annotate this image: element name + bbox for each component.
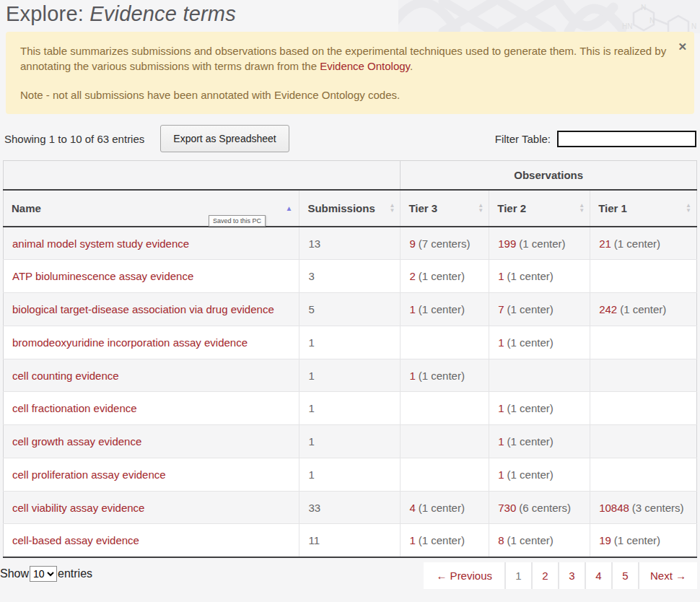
column-header-tier2-label: Tier 2 [497,202,526,214]
tier2-cell: 1(1 center) [489,260,590,293]
evidence-term-link[interactable]: cell proliferation assay evidence [12,468,166,481]
table-row: cell proliferation assay evidence 1 1(1 … [4,458,697,491]
page-size-select[interactable]: 10 [30,566,57,582]
tier3-cell [401,392,489,425]
page-button-4[interactable]: 4 [586,562,611,589]
column-header-tier3[interactable]: Tier 3▲▼ [401,190,489,227]
table-row: ATP bioluminescence assay evidence 3 2(1… [4,260,697,293]
evidence-table-container: Observations Name▲ Submissions▲▼ Tier 3▲… [3,160,697,558]
group-header-row: Observations [4,161,697,190]
column-header-submissions[interactable]: Submissions▲▼ [299,190,401,227]
info-alert: ✕ This table summarizes submissions and … [6,32,694,114]
tier3-cell: 9(7 centers) [401,227,489,260]
sort-icon[interactable]: ▲▼ [579,203,585,213]
submissions-cell: 1 [299,326,401,359]
pagination: ← Previous 1 2 3 4 5 Next → [424,562,697,589]
dna-watermark-graphic: N HN N N [398,0,700,33]
submissions-cell: 33 [299,491,401,524]
tier1-cell: 21(1 center) [590,227,697,260]
table-row: animal model system study evidence 13 9(… [4,227,697,260]
showing-entries-text: Showing 1 to 10 of 63 entries [4,133,144,145]
tier2-cell [489,359,590,392]
tier1-cell [590,260,697,293]
observations-group-header: Observations [401,161,697,190]
entries-label: entries [58,567,92,580]
next-page-button[interactable]: Next → [639,562,697,589]
previous-page-button[interactable]: ← Previous [424,562,504,589]
page-button-3[interactable]: 3 [559,562,585,589]
submissions-cell: 1 [299,458,401,491]
column-header-name-label: Name [12,202,41,214]
evidence-term-link[interactable]: bromodeoxyuridine incorporation assay ev… [12,336,248,349]
table-row: cell fractionation evidence 1 1(1 center… [4,392,697,425]
column-header-tier3-label: Tier 3 [408,202,437,214]
svg-text:HN: HN [622,22,632,30]
submissions-cell: 1 [299,425,401,458]
show-label: Show [0,567,29,580]
page-button-2[interactable]: 2 [533,562,558,589]
tier3-cell: 1(1 center) [401,293,489,326]
evidence-term-link[interactable]: cell growth assay evidence [12,435,141,448]
group-header-empty [4,161,401,190]
tier3-cell [401,326,489,359]
alert-paragraph-2: Note - not all submissions have been ann… [20,87,670,102]
sort-icon[interactable]: ▲▼ [478,203,484,213]
svg-text:N: N [649,17,655,25]
sort-icon[interactable]: ▲▼ [389,203,395,213]
page-title-prefix: Explore: [6,2,89,25]
column-header-tier1-label: Tier 1 [598,202,627,214]
table-controls: Showing 1 to 10 of 63 entries Export as … [4,125,696,152]
tier2-cell: 730(6 centers) [489,491,590,524]
sort-ascending-icon[interactable]: ▲ [286,204,293,212]
export-spreadsheet-button[interactable]: Export as Spreadsheet [160,125,289,152]
filter-table-input[interactable] [557,131,696,147]
tier2-cell: 8(1 center) [489,524,590,557]
evidence-term-link[interactable]: biological target-disease association vi… [12,303,274,315]
alert-paragraph-1: This table summarizes submissions and ob… [20,43,670,74]
filter-table-control: Filter Table: [495,131,696,147]
svg-text:N: N [691,22,696,30]
submissions-cell: 1 [299,359,401,392]
submissions-cell: 5 [299,293,401,326]
table-row: cell viability assay evidence 33 4(1 cen… [4,491,697,524]
table-row: cell counting evidence 1 1(1 center) [4,359,697,392]
tier3-cell [401,425,489,458]
tier3-cell: 4(1 center) [401,491,489,524]
evidence-term-link[interactable]: cell-based assay evidence [12,534,139,546]
tier3-cell: 1(1 center) [401,359,489,392]
evidence-term-link[interactable]: cell counting evidence [12,370,119,382]
tier2-cell: 7(1 center) [489,293,590,326]
tier2-cell: 1(1 center) [489,326,590,359]
evidence-term-link[interactable]: ATP bioluminescence assay evidence [12,270,193,282]
tier1-cell [590,326,697,359]
tier3-cell: 2(1 center) [401,260,489,293]
tier3-cell [401,458,489,491]
header-watermark: N HN N N [398,0,700,33]
tier1-cell [590,458,697,491]
column-header-tier2[interactable]: Tier 2▲▼ [489,190,590,227]
tier1-cell [590,392,697,425]
tier1-cell: 19(1 center) [590,524,697,557]
evidence-ontology-link[interactable]: Evidence Ontology [320,60,410,72]
table-row: cell growth assay evidence 1 1(1 center) [4,425,697,458]
close-icon[interactable]: ✕ [678,41,687,52]
column-header-submissions-label: Submissions [307,202,375,214]
table-footer: Show 10 entries ← Previous 1 2 3 4 5 Nex… [0,562,697,589]
page-button-1[interactable]: 1 [506,562,531,589]
page-size-control: Show 10 entries [0,562,92,582]
evidence-term-link[interactable]: cell viability assay evidence [12,502,144,514]
tier1-cell [590,425,697,458]
evidence-table: Observations Name▲ Submissions▲▼ Tier 3▲… [3,160,697,558]
column-header-row: Name▲ Submissions▲▼ Tier 3▲▼ Tier 2▲▼ Ti… [4,190,697,227]
svg-text:N: N [641,4,646,12]
sort-icon[interactable]: ▲▼ [686,203,691,213]
tier1-cell: 10848(3 centers) [590,491,697,524]
tier3-cell: 1(1 center) [401,524,489,557]
evidence-term-link[interactable]: animal model system study evidence [12,237,189,250]
page-button-5[interactable]: 5 [613,562,638,589]
evidence-term-link[interactable]: cell fractionation evidence [12,402,137,414]
tier1-cell: 242(1 center) [590,293,697,326]
submissions-cell: 1 [299,392,401,425]
column-header-tier1[interactable]: Tier 1▲▼ [590,190,697,227]
table-row: bromodeoxyuridine incorporation assay ev… [4,326,697,359]
